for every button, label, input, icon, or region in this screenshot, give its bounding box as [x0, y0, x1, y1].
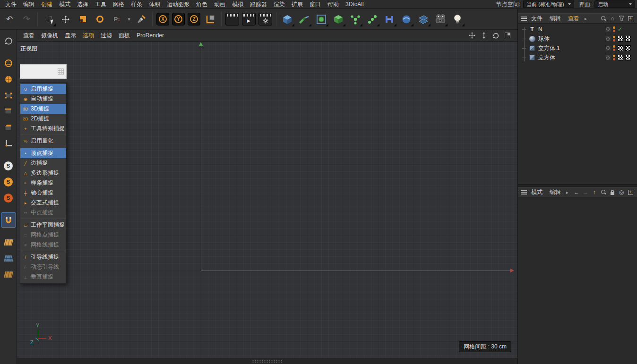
visibility-dots[interactable]	[613, 45, 615, 51]
menu-mesh[interactable]: 网格	[110, 0, 128, 9]
planar-workplane-button[interactable]	[1, 251, 16, 265]
pan-view-icon[interactable]	[469, 32, 475, 39]
workplane-lock-button[interactable]	[1, 267, 16, 281]
layer-chip[interactable]	[606, 36, 611, 41]
snap-item-axis[interactable]: ┼轴心捕捉	[20, 188, 66, 198]
texture-tag-icon[interactable]	[618, 45, 623, 51]
tweak-brush-tool[interactable]	[133, 11, 149, 27]
enabled-check-icon[interactable]: ✓	[618, 26, 622, 33]
viewport-solo-single-button[interactable]: S	[1, 175, 16, 189]
menu-render[interactable]: 渲染	[270, 0, 288, 9]
am-menu-edit[interactable]: 编辑	[547, 188, 564, 197]
redo-button[interactable]: ↷	[18, 11, 34, 27]
texture-tag-icon[interactable]	[625, 45, 631, 51]
enable-snap-button[interactable]	[1, 213, 16, 227]
viewport-solo-off-button[interactable]: S	[1, 159, 16, 173]
am-menu-mode[interactable]: 模式	[528, 188, 545, 197]
enable-axis-button[interactable]	[1, 136, 16, 151]
menu-3dtoall[interactable]: 3DtoAll	[342, 0, 367, 8]
edges-mode-button[interactable]	[1, 104, 16, 119]
om-menu-view[interactable]: 查看	[565, 14, 582, 23]
search-icon[interactable]	[600, 16, 607, 22]
target-icon[interactable]: ◎	[618, 189, 625, 195]
generator-button[interactable]	[330, 11, 346, 27]
layer-chip[interactable]	[606, 27, 611, 32]
rotate-tool[interactable]	[92, 11, 108, 27]
drag-handle[interactable]	[252, 359, 283, 363]
rotate-view-icon[interactable]	[492, 32, 499, 39]
camera-button[interactable]	[432, 11, 448, 27]
live-selection-tool[interactable]	[41, 11, 57, 27]
interface-select[interactable]: 启动	[594, 0, 635, 8]
viewport-menu-panel[interactable]: 面板	[115, 31, 133, 41]
texture-mode-button[interactable]	[1, 72, 16, 86]
viewport-menu-options[interactable]: 选项	[79, 31, 97, 41]
object-row-cube[interactable]: 立方体	[518, 53, 637, 62]
search-icon[interactable]	[600, 189, 607, 195]
snap-item-guide[interactable]: /引导线捕捉	[20, 252, 66, 262]
snap-item-spline[interactable]: ≈样条捕捉	[20, 178, 66, 188]
menu-overflow-icon[interactable]: ▸	[565, 190, 569, 195]
render-view-button[interactable]	[225, 13, 239, 25]
menu-mograph[interactable]: 运动图形	[164, 0, 193, 9]
recent-tool-button[interactable]: P:	[109, 11, 125, 27]
history-back-icon[interactable]: ←	[573, 189, 580, 195]
object-manager-list[interactable]: T N ✓ 球体 立方体.1	[518, 24, 637, 184]
make-editable-button[interactable]	[1, 34, 16, 48]
render-picture-viewer-button[interactable]: ▶	[242, 13, 256, 25]
snap-item-enable-quantize[interactable]: %启用量化	[20, 136, 66, 146]
recent-tool-dropdown[interactable]: ▾	[126, 11, 132, 27]
viewport-menu-filter[interactable]: 过滤	[97, 31, 115, 41]
model-mode-button[interactable]	[1, 56, 16, 70]
layer-chip[interactable]	[606, 46, 611, 51]
dolly-view-icon[interactable]	[481, 32, 487, 39]
array-button[interactable]	[347, 11, 363, 27]
menu-select[interactable]: 选择	[74, 0, 92, 9]
new-panel-icon[interactable]	[627, 190, 634, 195]
snap-item-edge[interactable]: ╱边捕捉	[20, 158, 66, 168]
menu-create[interactable]: 创建	[38, 0, 56, 9]
menu-spline[interactable]: 样条	[128, 0, 146, 9]
texture-tag-icon[interactable]	[625, 55, 631, 60]
workplane-button[interactable]	[1, 235, 16, 249]
add-object-icon[interactable]	[627, 16, 634, 21]
menu-edit[interactable]: 编辑	[20, 0, 38, 9]
panel-menu-icon[interactable]	[521, 190, 527, 195]
snap-item-interactive[interactable]: ▸交互式捕捉	[20, 198, 66, 208]
menu-file[interactable]: 文件	[2, 0, 20, 9]
y-lock-button[interactable]: Y	[172, 13, 185, 25]
object-row-n[interactable]: T N ✓	[518, 25, 637, 34]
viewport-solo-hierarchy-button[interactable]: S	[1, 191, 16, 205]
scene-home-icon[interactable]: ⌂	[609, 15, 616, 22]
viewport-menu-display[interactable]: 显示	[61, 31, 79, 41]
menu-extensions[interactable]: 扩展	[288, 0, 306, 9]
viewport-front-view[interactable]: 正视图 Y X Z 网格间距 : 30	[17, 42, 517, 358]
viewport-menu-view[interactable]: 查看	[20, 31, 38, 41]
filter-icon[interactable]	[618, 16, 625, 21]
snap-item-tool-specific[interactable]: +工具特别捕捉	[20, 124, 66, 134]
visibility-dots[interactable]	[613, 26, 615, 32]
z-lock-button[interactable]: Z	[188, 13, 200, 25]
object-row-sphere[interactable]: 球体	[518, 34, 637, 43]
menu-animate[interactable]: 动画	[211, 0, 229, 9]
visibility-dots[interactable]	[613, 55, 615, 60]
x-lock-button[interactable]: X	[156, 13, 169, 25]
lock-icon[interactable]	[609, 189, 616, 195]
texture-tag-icon[interactable]	[618, 36, 623, 42]
snap-item-vertex[interactable]: •顶点捕捉	[20, 148, 66, 158]
menu-mode[interactable]: 模式	[56, 0, 74, 9]
snap-item-2d-snap[interactable]: 2D2D捕捉	[20, 114, 66, 124]
menu-tools[interactable]: 工具	[92, 0, 110, 9]
undo-button[interactable]: ↶	[1, 11, 17, 27]
panel-menu-icon[interactable]	[521, 17, 527, 21]
spline-pen-button[interactable]	[296, 11, 312, 27]
render-settings-button[interactable]	[258, 13, 272, 25]
object-row-cube1[interactable]: 立方体.1	[518, 43, 637, 53]
menu-window[interactable]: 窗口	[306, 0, 324, 9]
layer-chip[interactable]	[606, 55, 611, 60]
history-forward-icon[interactable]: →	[582, 189, 589, 195]
om-menu-file[interactable]: 文件	[528, 14, 545, 23]
snap-item-workplane[interactable]: ▭工作平面捕捉	[20, 220, 66, 230]
snap-item-auto-snap[interactable]: ◉自动捕捉	[20, 94, 66, 104]
texture-tag-icon[interactable]	[618, 55, 623, 60]
